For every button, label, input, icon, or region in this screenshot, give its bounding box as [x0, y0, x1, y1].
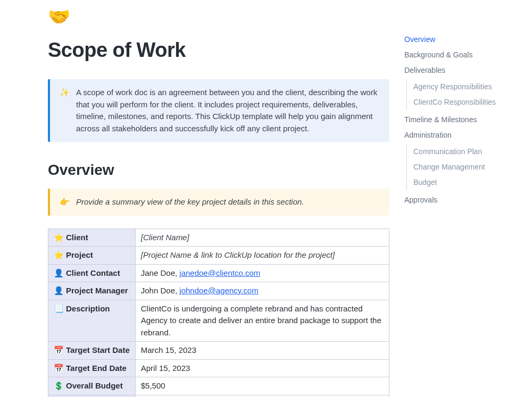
- row-value-text: ClientCo is undergoing a complete rebran…: [141, 304, 381, 337]
- table-row: 🔗Key Resources[Link to signed contract][…: [48, 395, 389, 397]
- table-row-value: [Project Name & link to ClickUp location…: [135, 247, 389, 265]
- toc-subitem[interactable]: ClientCo Responsibilities: [413, 95, 518, 110]
- table-row-label: ⭐Project: [48, 247, 136, 265]
- toc-subgroup: Agency ResponsibilitiesClientCo Responsi…: [406, 79, 518, 110]
- outline-sidebar: OverviewBackground & GoalsDeliverablesAg…: [404, 0, 527, 397]
- overview-hint-text: Provide a summary view of the key projec…: [76, 196, 380, 208]
- table-row-value: $5,500: [135, 377, 389, 395]
- toc-item[interactable]: Overview: [404, 32, 518, 47]
- toc-item[interactable]: Approvals: [404, 192, 518, 208]
- table-row-label: ⭐Client: [48, 229, 136, 247]
- pointing-finger-icon: 👉: [60, 196, 70, 208]
- row-label-text: Client Contact: [66, 268, 120, 277]
- toc-subitem[interactable]: Budget: [413, 175, 518, 190]
- table-row-value: ClientCo is undergoing a complete rebran…: [135, 300, 389, 342]
- intro-callout-text: A scope of work doc is an agreement betw…: [76, 87, 380, 134]
- toc-item[interactable]: Background & Goals: [404, 47, 518, 63]
- row-icon: ⭐: [54, 250, 64, 259]
- contact-name: John Doe: [141, 286, 175, 295]
- intro-callout: ✨ A scope of work doc is an agreement be…: [48, 79, 389, 142]
- table-row-label: 👤Client Contact: [48, 264, 136, 282]
- table-row: 👤Client ContactJane Doe, janedoe@clientc…: [48, 264, 389, 282]
- row-icon: 📅: [54, 364, 64, 373]
- overview-table: ⭐Client[Client Name]⭐Project[Project Nam…: [48, 229, 389, 398]
- placeholder-text: [Client Name]: [141, 233, 189, 242]
- row-icon: 💲: [54, 381, 64, 390]
- table-row-value: [Client Name]: [135, 229, 389, 247]
- table-row: 📅Target End DateApril 15, 2023: [48, 359, 389, 377]
- table-row-label: 📃Description: [48, 300, 136, 342]
- table-row: 📅Target Start DateMarch 15, 2023: [48, 342, 389, 360]
- toc-subitem[interactable]: Communication Plan: [413, 144, 518, 159]
- toc-subgroup: Communication PlanChange ManagementBudge…: [406, 144, 518, 190]
- row-label-text: Target End Date: [66, 364, 127, 373]
- table-row-value: April 15, 2023: [135, 359, 389, 377]
- table-row-label: 👤Project Manager: [48, 282, 136, 300]
- row-label-text: Description: [66, 304, 110, 313]
- table-row-label: 📅Target Start Date: [48, 342, 136, 360]
- handshake-icon: 🤝: [48, 7, 389, 26]
- row-icon: ⭐: [54, 233, 64, 242]
- placeholder-text: [Project Name & link to ClickUp location…: [141, 250, 335, 259]
- row-label-text: Target Start Date: [66, 345, 130, 354]
- row-label-text: Overall Budget: [66, 381, 123, 390]
- table-row: 💲Overall Budget$5,500: [48, 377, 389, 395]
- toc-subitem[interactable]: Change Management: [413, 159, 518, 175]
- sparkles-icon: ✨: [60, 87, 70, 134]
- row-label-text: Project: [66, 250, 93, 259]
- table-row: 📃DescriptionClientCo is undergoing a com…: [48, 300, 389, 342]
- table-row-value: Jane Doe, janedoe@clientco.com: [135, 264, 389, 282]
- row-icon: 👤: [54, 286, 64, 295]
- table-row-value: [Link to signed contract][Link to ClickU…: [135, 395, 389, 397]
- overview-hint-callout: 👉 Provide a summary view of the key proj…: [48, 189, 389, 216]
- row-value-text: $5,500: [141, 381, 165, 390]
- row-icon: 👤: [54, 268, 64, 277]
- row-label-text: Project Manager: [66, 286, 128, 295]
- row-value-text: April 15, 2023: [141, 364, 190, 373]
- overview-heading: Overview: [48, 159, 389, 181]
- toc-item[interactable]: Timeline & Milestones: [404, 112, 518, 128]
- table-row-value: John Doe, johndoe@agency.com: [135, 282, 389, 300]
- table-row-label: 📅Target End Date: [48, 359, 136, 377]
- contact-email-link[interactable]: johndoe@agency.com: [179, 286, 258, 295]
- table-row: ⭐Project[Project Name & link to ClickUp …: [48, 247, 389, 265]
- table-row-value: March 15, 2023: [135, 342, 389, 360]
- toc-item[interactable]: Administration: [404, 128, 518, 143]
- table-row-label: 🔗Key Resources: [48, 395, 136, 397]
- row-icon: 📃: [54, 304, 64, 313]
- toc-subitem[interactable]: Agency Responsibilities: [413, 79, 518, 95]
- row-value-text: March 15, 2023: [141, 345, 196, 354]
- table-row: 👤Project ManagerJohn Doe, johndoe@agency…: [48, 282, 389, 300]
- document-main: 🤝 Scope of Work ✨ A scope of work doc is…: [0, 0, 404, 397]
- table-row-label: 💲Overall Budget: [48, 377, 136, 395]
- row-label-text: Client: [66, 233, 88, 242]
- row-icon: 📅: [54, 345, 64, 354]
- toc-item[interactable]: Deliverables: [404, 63, 518, 78]
- page-title: Scope of Work: [48, 35, 389, 65]
- table-row: ⭐Client[Client Name]: [48, 229, 389, 247]
- contact-email-link[interactable]: janedoe@clientco.com: [179, 268, 260, 277]
- contact-name: Jane Doe: [141, 268, 175, 277]
